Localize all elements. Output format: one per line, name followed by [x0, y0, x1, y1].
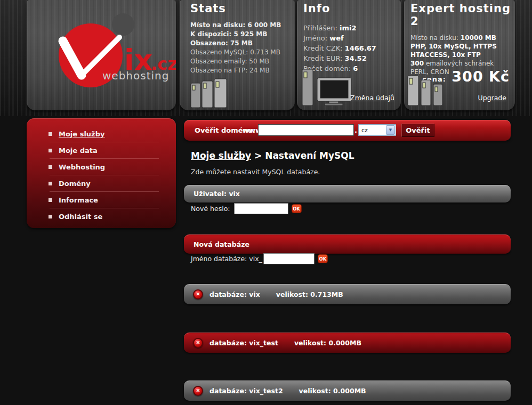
- info-value: 1466.67: [345, 44, 376, 52]
- password-ok-button[interactable]: OK: [292, 204, 302, 213]
- domain-input[interactable]: [258, 124, 354, 136]
- bullet-icon: [49, 165, 52, 169]
- database-name: databáze: vix: [209, 290, 260, 298]
- info-value: wef: [329, 34, 343, 42]
- info-label: Jméno:: [303, 34, 329, 42]
- plan-line: PHP, 10x MySQL, HTTPS: [410, 42, 515, 51]
- breadcrumb-separator: >: [251, 150, 265, 161]
- plan-panel: Expert hosting 2 Místo na disku: 10000 M…: [404, 0, 515, 110]
- stats-title: Stats: [190, 2, 295, 15]
- plan-line: 300 emailových schránek: [410, 59, 515, 68]
- delete-database-icon[interactable]: ✕: [193, 289, 203, 299]
- price-value: 300 Kč: [446, 68, 510, 85]
- info-label: Kredit CZK:: [303, 44, 345, 52]
- database-size: velikost: 0.000MB: [299, 387, 366, 395]
- database-row: ✕ databáze: vix_test2 velikost: 0.000MB: [184, 380, 511, 401]
- servers-icon: [190, 78, 228, 108]
- vix-logo: ix .cz webhosting: [27, 0, 176, 110]
- delete-database-icon[interactable]: ✕: [193, 386, 203, 396]
- database-size: velikost: 0.000MB: [294, 339, 361, 347]
- logo-tagline-text: webhosting: [102, 69, 169, 82]
- stats-line: Obsazeno: 75 MB: [190, 39, 295, 48]
- stats-line: Obsazeno MySQL: 0.713 MB: [190, 48, 295, 57]
- plan-mail-text: emailových schránek: [424, 60, 494, 67]
- new-database-label: Jméno databáze: vix_: [191, 255, 262, 263]
- user-bar-label: Uživatel: vix: [194, 190, 240, 198]
- delete-database-icon[interactable]: ✕: [193, 338, 203, 348]
- bullet-icon: [49, 132, 52, 136]
- new-database-input[interactable]: [263, 253, 315, 264]
- database-size: velikost: 0.713MB: [276, 290, 343, 298]
- sidebar-item-label: Domény: [59, 180, 91, 188]
- database-name: databáze: vix_test2: [209, 387, 283, 395]
- chevron-down-icon: ▼: [386, 125, 395, 135]
- computer-icon: [301, 68, 354, 108]
- sidebar-item-webhosting[interactable]: Webhosting: [27, 159, 176, 175]
- info-row: Kredit CZK: 1466.67: [303, 43, 401, 53]
- sidebar-item-informace[interactable]: Informace: [27, 192, 176, 208]
- stats-panel: Stats Místo na disku: 6 000 MB K dispozi…: [180, 0, 295, 110]
- info-row: Jméno: wef: [303, 33, 401, 43]
- bullet-icon: [49, 182, 52, 185]
- info-value: 34.52: [345, 54, 367, 62]
- breadcrumb: Moje služby > Nastavení MySQL: [191, 150, 354, 161]
- new-password-label: Nové heslo:: [191, 205, 230, 213]
- info-row: Přihlášen: imi2: [303, 23, 401, 33]
- new-database-bar-label: Nová databáze: [194, 240, 249, 248]
- plan-disk-label: Místo na disku:: [410, 34, 461, 42]
- sidebar-menu: Moje služby Moje data Webhosting Domény …: [27, 118, 176, 228]
- verify-button[interactable]: Ověřit: [401, 124, 434, 137]
- new-database-bar: Nová databáze: [184, 234, 511, 254]
- stats-lines: Místo na disku: 6 000 MB K dispozici: 5 …: [190, 21, 295, 75]
- new-database-row: Jméno databáze: vix_ OK: [191, 253, 328, 264]
- info-panel: Info Přihlášen: imi2 Jméno: wef Kredit C…: [297, 0, 401, 110]
- sidebar-item-label: Informace: [59, 196, 98, 204]
- dot-separator: .: [354, 126, 357, 134]
- plan-line: Místo na disku: 10000 MB: [410, 34, 515, 42]
- new-password-input[interactable]: [234, 203, 288, 214]
- logo-notch: [112, 13, 134, 36]
- bullet-icon: [49, 198, 52, 202]
- intro-text: Zde můžete nastavit MySQL databáze.: [191, 168, 320, 176]
- database-name: databáze: vix_test: [209, 339, 278, 347]
- info-title: Info: [303, 2, 401, 15]
- stats-line: K dispozici: 5 925 MB: [190, 30, 295, 39]
- page: ix .cz webhosting Stats Místo na disku: …: [0, 0, 532, 405]
- breadcrumb-link[interactable]: Moje služby: [191, 150, 251, 161]
- logo-panel: ix .cz webhosting: [27, 0, 176, 110]
- sidebar-item-label: Odhlásit se: [59, 213, 102, 221]
- info-label: Přihlášen:: [303, 24, 340, 32]
- plan-line: HTACCESS, 10x FTP: [410, 51, 515, 59]
- sidebar-item-label: Moje služby: [59, 130, 104, 138]
- info-row: Kredit EUR: 34.52: [303, 53, 401, 63]
- page-title: Nastavení MySQL: [265, 150, 354, 161]
- sidebar-item-label: Webhosting: [59, 163, 105, 171]
- tld-selected-value: cz: [361, 127, 368, 134]
- info-label: Kredit EUR:: [303, 54, 345, 62]
- plan-disk-value: 10000 MB: [461, 34, 496, 42]
- bullet-icon: [49, 215, 52, 218]
- database-row: ✕ databáze: vix velikost: 0.713MB: [184, 284, 511, 304]
- sidebar-item-moje-sluzby[interactable]: Moje služby: [27, 126, 176, 142]
- plan-mail-count: 300: [410, 60, 424, 67]
- user-bar: Uživatel: vix: [184, 185, 511, 203]
- sidebar-item-domeny[interactable]: Domény: [27, 175, 176, 191]
- upgrade-link[interactable]: Upgrade: [478, 94, 506, 102]
- plan-title: Expert hosting 2: [410, 2, 515, 28]
- info-rows: Přihlášen: imi2 Jméno: wef Kredit CZK: 1…: [303, 23, 401, 74]
- sidebar-item-label: Moje data: [59, 147, 98, 155]
- plan-features-1: PHP, 10x MySQL, HTTPS: [410, 43, 497, 50]
- stats-line: Obsazeno na FTP: 24 MB: [190, 66, 295, 75]
- tld-select[interactable]: cz ▼: [358, 124, 396, 136]
- change-details-link[interactable]: Změna údajů: [350, 94, 394, 102]
- sidebar-item-moje-data[interactable]: Moje data: [27, 142, 176, 158]
- database-row: ✕ databáze: vix_test velikost: 0.000MB: [184, 333, 511, 353]
- new-password-row: Nové heslo: OK: [191, 203, 302, 214]
- bullet-icon: [49, 149, 52, 152]
- stats-line: Místo na disku: 6 000 MB: [190, 21, 295, 30]
- sidebar-item-odhlasit-se[interactable]: Odhlásit se: [27, 208, 176, 224]
- domain-check-bar: Ověřit doménu: www. . cz ▼ Ověřit: [184, 120, 511, 141]
- info-value: imi2: [340, 24, 357, 32]
- database-ok-button[interactable]: OK: [318, 254, 328, 263]
- stats-line: Obsazeno emaily: 50 MB: [190, 57, 295, 66]
